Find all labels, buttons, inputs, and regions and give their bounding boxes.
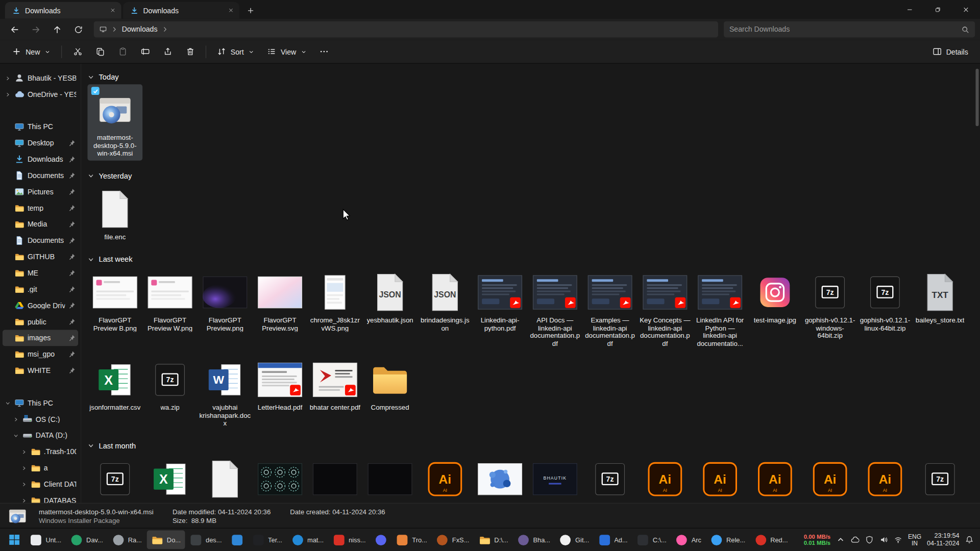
chevron-right-icon[interactable]	[13, 416, 19, 422]
sidebar-item-os-c[interactable]: OS (C:)	[3, 411, 78, 428]
chevron-right-icon[interactable]	[21, 465, 28, 471]
section-header-yesterday[interactable]: Yesterday	[87, 168, 975, 183]
search-icon[interactable]	[961, 26, 969, 34]
minimize-button[interactable]	[896, 0, 924, 19]
taskbar-app-d[interactable]: D:\...	[474, 531, 512, 549]
refresh-button[interactable]	[69, 21, 88, 38]
file-tile[interactable]: LetterHead.pdf	[253, 354, 308, 430]
file-tile[interactable]: FlavorGPT Preview.svg	[253, 267, 308, 350]
taskbar-app-ra[interactable]: Ra...	[108, 531, 146, 549]
file-tile[interactable]: LinkedIn API for Python — linkedin-api d…	[693, 267, 748, 350]
tab-downloads-1[interactable]: Downloads	[5, 2, 121, 19]
sidebar-item-pictures[interactable]: Pictures	[3, 184, 78, 200]
sidebar-item-bhautik-yesbh[interactable]: Bhautik - YESBH-	[3, 70, 78, 86]
taskbar-app-icon[interactable]	[227, 531, 247, 549]
scrollbar[interactable]	[975, 65, 979, 502]
share-button[interactable]	[157, 42, 178, 61]
taskbar-app-unt[interactable]: Unt...	[26, 531, 65, 549]
taskbar-app-dav[interactable]: Dav...	[66, 531, 107, 549]
volume-icon[interactable]	[879, 535, 888, 544]
address-bar[interactable]: Downloads	[94, 21, 718, 38]
sidebar-item-public[interactable]: public	[3, 314, 78, 330]
file-tile[interactable]: AiAIAdobeStock_684401528.ai	[747, 453, 802, 503]
file-tile[interactable]: 7zwa.zip	[142, 354, 198, 430]
sidebar-item-temp[interactable]: temp	[3, 200, 78, 216]
sidebar-item-me[interactable]: ME	[3, 265, 78, 281]
file-tile[interactable]: 7zyashvidotdev_AssignmentRepo-main.zip	[582, 453, 638, 503]
taskbar-app-icon[interactable]	[371, 531, 391, 549]
file-tile[interactable]: Group 37.png	[253, 453, 308, 503]
forward-button[interactable]	[26, 21, 45, 38]
sidebar-item-google-drive[interactable]: Google Drive	[3, 297, 78, 314]
taskbar-app-tro[interactable]: Tro...	[392, 531, 431, 549]
file-tile[interactable]: Rectangle 6.png	[307, 453, 362, 503]
file-tile[interactable]: AiAIAdobeStock_594399656.ai	[857, 453, 913, 503]
sidebar-item-desktop[interactable]: Desktop	[3, 135, 78, 151]
chevron-right-icon[interactable]	[5, 91, 11, 97]
taskbar-app-rele[interactable]: Rele...	[706, 531, 750, 549]
sidebar-item-images[interactable]: images	[3, 330, 78, 346]
close-tab-icon[interactable]	[226, 5, 236, 15]
security-shield-icon[interactable]	[865, 535, 874, 544]
sidebar-item-media[interactable]: Media	[3, 216, 78, 233]
taskbar-app-ter[interactable]: Ter...	[248, 531, 287, 549]
search-input[interactable]	[729, 26, 958, 33]
wifi-icon[interactable]	[894, 535, 902, 544]
delete-button[interactable]	[179, 42, 201, 61]
taskbar-app-niss[interactable]: niss...	[329, 531, 370, 549]
taskbar-app-mat[interactable]: mat...	[287, 531, 328, 549]
selected-checkbox[interactable]	[91, 87, 100, 95]
new-tab-button[interactable]	[242, 3, 259, 19]
file-tile[interactable]: FlavorGPT Preview B.png	[87, 267, 142, 350]
sidebar-item-trash-1000[interactable]: .Trash-1000	[3, 443, 78, 460]
sidebar-item-a[interactable]: a	[3, 460, 78, 476]
file-tile[interactable]: FlavorGPT Preview.png	[198, 267, 253, 350]
file-tile[interactable]: AiAIAdobeStock_684425862.ai	[693, 453, 748, 503]
file-tile[interactable]: file.enc	[87, 183, 142, 243]
file-tile[interactable]: Compressed	[362, 354, 418, 430]
file-tile[interactable]: JSONbrindadesings.json	[418, 267, 473, 350]
sidebar-item-this-pc[interactable]: This PC	[3, 119, 78, 135]
file-tile[interactable]: JSONyesbhautik.json	[362, 267, 418, 350]
file-tile[interactable]: TXTbaileys_store.txt	[913, 267, 968, 350]
chevron-right-icon[interactable]	[5, 76, 11, 81]
file-tile[interactable]: Xvoucher.xlsx	[142, 453, 198, 503]
chevron-down-icon[interactable]	[87, 73, 94, 80]
file-tile[interactable]: Homem_Aranha.cdr	[198, 453, 253, 503]
file-tile[interactable]: chrome_J8sk1zrvWS.png	[307, 267, 362, 350]
chevron-right-icon[interactable]	[161, 26, 169, 33]
details-pane-button[interactable]: Details	[927, 42, 974, 61]
taskbar-app-c[interactable]: C:\...	[632, 531, 671, 549]
file-tile[interactable]: Rectangle 7.png	[362, 453, 418, 503]
onedrive-cloud-icon[interactable]	[850, 535, 859, 544]
file-tile[interactable]: mattermost-desktop-5.9.0-win-x64.msi	[87, 84, 142, 160]
chevron-right-icon[interactable]	[111, 26, 118, 33]
file-tile[interactable]: 7zgophish-v0.12.1-linux-64bit.zip	[857, 267, 913, 350]
sidebar-item-white[interactable]: WHITE	[3, 362, 78, 379]
close-tab-icon[interactable]	[108, 5, 118, 15]
rename-button[interactable]	[134, 42, 156, 61]
chevron-right-icon[interactable]	[21, 481, 28, 487]
chevron-down-icon[interactable]	[5, 400, 11, 406]
taskbar-app-arc[interactable]: Arc	[672, 531, 706, 549]
taskbar-app-ad[interactable]: Ad...	[594, 531, 632, 549]
sort-button[interactable]: Sort	[211, 42, 260, 61]
sidebar-item-msi-gpo[interactable]: msi_gpo	[3, 346, 78, 362]
chevron-right-icon[interactable]	[21, 449, 28, 455]
sidebar-item-client-data[interactable]: Client DATA	[3, 476, 78, 492]
sidebar-item-documents[interactable]: Documents	[3, 233, 78, 249]
hidden-icons-chevron[interactable]	[836, 535, 845, 544]
section-header-today[interactable]: Today	[87, 69, 975, 84]
sidebar-item-database[interactable]: DATABASE	[3, 492, 78, 503]
file-tile[interactable]: test-image.jpg	[747, 267, 802, 350]
file-tile[interactable]: 7zDOCUMENT.zip	[913, 453, 968, 503]
up-button[interactable]	[47, 21, 67, 38]
cut-button[interactable]	[67, 42, 88, 61]
chevron-down-icon[interactable]	[87, 256, 94, 262]
file-tile[interactable]: FlavorGPT Preview W.png	[142, 267, 198, 350]
file-tile[interactable]: 7zsaveweb2zip-com-www-harness-io.zip	[87, 453, 142, 503]
taskbar-app-git[interactable]: Git...	[555, 531, 594, 549]
close-button[interactable]	[952, 0, 980, 19]
file-tile[interactable]: bhatar center.pdf	[307, 354, 362, 430]
taskbar-app-do[interactable]: Do...	[147, 531, 185, 549]
